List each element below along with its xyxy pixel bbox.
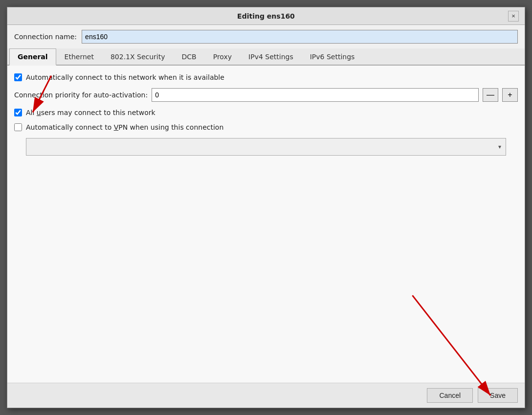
all-users-label: All users may connect to this network	[26, 109, 155, 116]
priority-label: Connection priority for auto-activation:	[14, 91, 148, 99]
tab-dcb[interactable]: DCB	[174, 48, 205, 66]
vpn-dropdown-row: ▾	[26, 138, 518, 156]
priority-row: Connection priority for auto-activation:…	[14, 88, 518, 102]
tab-ethernet[interactable]: Ethernet	[56, 48, 102, 66]
connection-name-label: Connection name:	[14, 33, 77, 41]
auto-connect-checkbox[interactable]	[14, 73, 22, 81]
tab-8021x-security[interactable]: 802.1X Security	[102, 48, 174, 66]
all-users-checkbox[interactable]	[14, 109, 22, 116]
dialog: Editing ens160 × Connection name: Genera…	[7, 7, 525, 408]
priority-plus-button[interactable]: +	[502, 88, 518, 102]
tabs-bar: General Ethernet 802.1X Security DCB Pro…	[7, 48, 525, 66]
connection-name-input[interactable]	[82, 30, 518, 44]
auto-connect-label: Automatically connect to this network wh…	[26, 73, 224, 81]
priority-input[interactable]	[152, 88, 479, 102]
priority-minus-button[interactable]: —	[483, 88, 498, 102]
vpn-auto-connect-checkbox[interactable]	[14, 123, 22, 131]
dialog-title: Editing ens160	[24, 12, 508, 20]
bottom-bar: Cancel Save	[7, 383, 525, 408]
all-users-row: All users may connect to this network	[14, 109, 518, 116]
vpn-dropdown[interactable]	[26, 138, 506, 156]
save-button[interactable]: Save	[478, 388, 518, 403]
title-bar: Editing ens160 ×	[7, 7, 525, 25]
vpn-dropdown-wrapper: ▾	[26, 138, 506, 156]
cancel-button[interactable]: Cancel	[427, 388, 473, 403]
close-button[interactable]: ×	[508, 11, 519, 22]
vpn-auto-connect-row: Automatically connect to VPN when using …	[14, 123, 518, 131]
tab-content-general: Automatically connect to this network wh…	[7, 66, 525, 383]
tab-ipv6-settings[interactable]: IPv6 Settings	[302, 48, 363, 66]
tab-general[interactable]: General	[9, 48, 56, 66]
tab-proxy[interactable]: Proxy	[205, 48, 240, 66]
vpn-auto-connect-label: Automatically connect to VPN when using …	[26, 123, 223, 131]
auto-connect-row: Automatically connect to this network wh…	[14, 73, 518, 81]
tab-ipv4-settings[interactable]: IPv4 Settings	[240, 48, 302, 66]
connection-name-row: Connection name:	[7, 25, 525, 48]
